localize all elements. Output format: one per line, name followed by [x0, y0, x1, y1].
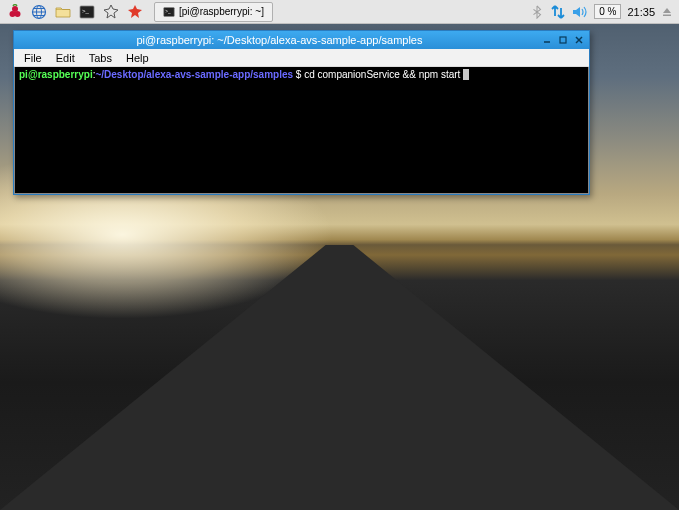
prompt-user: pi@raspberrypi — [19, 69, 93, 80]
svg-point-2 — [15, 11, 21, 17]
svg-text:>_: >_ — [82, 8, 90, 14]
svg-marker-14 — [663, 8, 671, 13]
taskbar-app-terminal[interactable]: >_ [pi@raspberrypi: ~] — [154, 2, 273, 22]
eject-icon[interactable] — [661, 6, 673, 18]
svg-rect-15 — [663, 14, 671, 16]
close-button[interactable] — [573, 34, 585, 46]
menu-edit[interactable]: Edit — [50, 50, 81, 66]
svg-rect-17 — [560, 37, 566, 43]
prompt-command: cd companionService && npm start — [304, 69, 463, 80]
network-icon[interactable] — [550, 5, 566, 19]
svg-text:>_: >_ — [165, 8, 171, 13]
menubar: File Edit Tabs Help — [14, 49, 589, 67]
minimize-button[interactable] — [541, 34, 553, 46]
titlebar[interactable]: pi@raspberrypi: ~/Desktop/alexa-avs-samp… — [14, 31, 589, 49]
volume-icon[interactable] — [572, 5, 588, 19]
clock[interactable]: 21:35 — [627, 6, 655, 18]
wolfram-icon[interactable] — [100, 2, 122, 22]
menu-icon[interactable] — [4, 2, 26, 22]
svg-marker-10 — [104, 5, 118, 18]
cpu-meter[interactable]: 0 % — [594, 4, 621, 19]
maximize-button[interactable] — [557, 34, 569, 46]
terminal-content[interactable]: pi@raspberrypi:~/Desktop/alexa-avs-sampl… — [14, 67, 589, 194]
menu-file[interactable]: File — [18, 50, 48, 66]
terminal-window: pi@raspberrypi: ~/Desktop/alexa-avs-samp… — [13, 30, 590, 195]
browser-icon[interactable] — [28, 2, 50, 22]
mathematica-icon[interactable] — [124, 2, 146, 22]
prompt-path: ~/Desktop/alexa-avs-sample-app/samples — [95, 69, 293, 80]
svg-marker-11 — [128, 5, 142, 18]
bluetooth-icon[interactable] — [530, 5, 544, 19]
filemanager-icon[interactable] — [52, 2, 74, 22]
cursor — [463, 69, 469, 80]
menu-help[interactable]: Help — [120, 50, 155, 66]
menu-tabs[interactable]: Tabs — [83, 50, 118, 66]
terminal-icon[interactable]: >_ — [76, 2, 98, 22]
taskbar-app-label: [pi@raspberrypi: ~] — [179, 6, 264, 17]
window-title: pi@raspberrypi: ~/Desktop/alexa-avs-samp… — [18, 34, 541, 46]
taskbar: >_ >_ [pi@raspberrypi: ~] 0 % 21:35 — [0, 0, 679, 24]
